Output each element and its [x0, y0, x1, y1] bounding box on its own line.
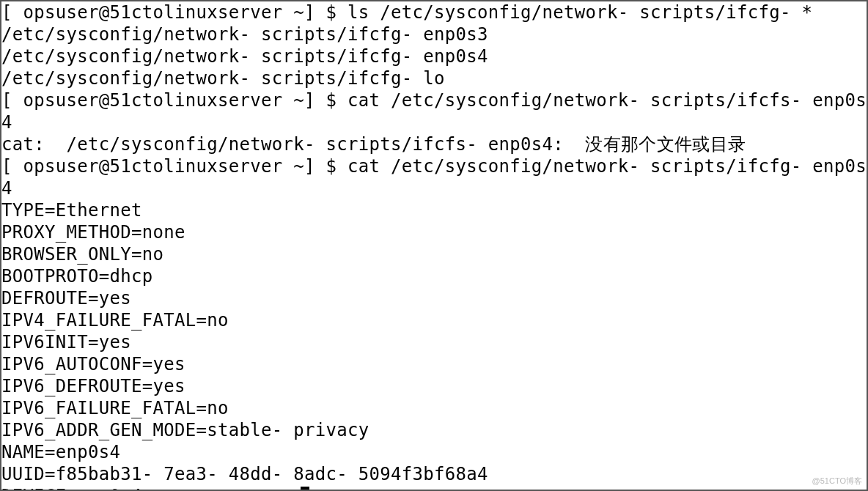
terminal-line: /etc/sysconfig/network- scripts/ifcfg- e…	[1, 45, 867, 67]
terminal-line: BROWSER_ONLY=no	[1, 243, 867, 265]
terminal-line: IPV6INIT=yes	[1, 331, 867, 353]
terminal-line: TYPE=Ethernet	[1, 199, 867, 221]
terminal-line: IPV6_ADDR_GEN_MODE=stable- privacy	[1, 419, 867, 441]
shell-prompt: [ opsuser@51ctolinuxserver ~] $	[1, 156, 347, 177]
terminal-line: IPV6_AUTOCONF=yes	[1, 353, 867, 375]
terminal-line: [ opsuser@51ctolinuxserver ~] $ ls /etc/…	[1, 1, 867, 23]
terminal-line: IPV4_FAILURE_FATAL=no	[1, 309, 867, 331]
terminal-line: DEVICE=enp0s4	[1, 485, 867, 491]
terminal-line: NAME=enp0s4	[1, 441, 867, 463]
terminal-line: PROXY_METHOD=none	[1, 221, 867, 243]
terminal-output[interactable]: [ opsuser@51ctolinuxserver ~] $ ls /etc/…	[1, 1, 867, 491]
watermark-label: @51CTO博客	[812, 476, 862, 487]
terminal-line: [ opsuser@51ctolinuxserver ~] $ cat /etc…	[1, 89, 867, 133]
terminal-line: BOOTPROTO=dhcp	[1, 265, 867, 287]
shell-prompt: [ opsuser@51ctolinuxserver ~] $	[1, 2, 347, 23]
terminal-line: IPV6_DEFROUTE=yes	[1, 375, 867, 397]
cursor-icon	[301, 487, 309, 490]
shell-command: ls /etc/sysconfig/network- scripts/ifcfg…	[347, 2, 812, 23]
shell-prompt: [ opsuser@51ctolinuxserver ~] $	[1, 90, 347, 111]
terminal-line: /etc/sysconfig/network- scripts/ifcfg- e…	[1, 23, 867, 45]
terminal-line: IPV6_FAILURE_FATAL=no	[1, 397, 867, 419]
terminal-line: cat: /etc/sysconfig/network- scripts/ifc…	[1, 133, 867, 155]
terminal-line: [ opsuser@51ctolinuxserver ~] $ cat /etc…	[1, 155, 867, 199]
terminal-line: DEFROUTE=yes	[1, 287, 867, 309]
terminal-line: UUID=f85bab31- 7ea3- 48dd- 8adc- 5094f3b…	[1, 463, 867, 485]
terminal-line: /etc/sysconfig/network- scripts/ifcfg- l…	[1, 67, 867, 89]
